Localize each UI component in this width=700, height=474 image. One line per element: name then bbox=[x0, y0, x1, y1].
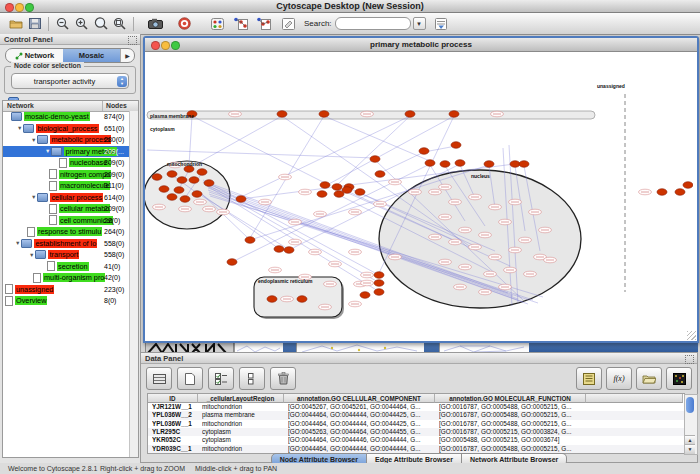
tree-item-metabolic-process[interactable]: ▼metabolic process280(0) bbox=[3, 134, 129, 146]
table-cell[interactable]: cytoplasm bbox=[202, 436, 282, 444]
graph-node[interactable] bbox=[319, 111, 329, 118]
tree-item-cell-communicat[interactable]: cell communicat22(0) bbox=[3, 215, 129, 227]
table-cell[interactable]: [GO:0044464, GO:0044444, GO:0044444, G..… bbox=[288, 445, 433, 453]
graph-node[interactable] bbox=[317, 191, 327, 198]
tree-item-cellular-metabo[interactable]: cellular metabo209(0) bbox=[3, 203, 129, 215]
table-cell[interactable]: [GO:0045263, GO:0044464, GO:0044455, G..… bbox=[288, 428, 433, 436]
graph-node[interactable] bbox=[484, 161, 494, 168]
table-cell[interactable]: [GO:0045267, GO:0045261, GO:0044464, G..… bbox=[288, 403, 433, 411]
graph-node[interactable] bbox=[167, 194, 177, 201]
save-button[interactable] bbox=[25, 15, 44, 32]
graph-node[interactable] bbox=[320, 182, 330, 189]
graph-node[interactable] bbox=[510, 161, 520, 168]
table-cell[interactable]: YPL036W__1 bbox=[152, 420, 196, 428]
tab-mosaic[interactable]: Mosaic bbox=[63, 49, 120, 62]
table-cell[interactable]: [GO:0016787, GO:0005488, GO:0005215, G..… bbox=[439, 403, 584, 411]
graph-node[interactable] bbox=[180, 196, 190, 203]
tree-item-multi-organism-pro[interactable]: multi-organism pro42(0) bbox=[3, 272, 129, 284]
graph-node[interactable] bbox=[449, 111, 459, 118]
table-cell[interactable]: YKR052C bbox=[152, 436, 196, 444]
graph-node[interactable] bbox=[342, 187, 352, 194]
graph-node[interactable] bbox=[174, 187, 184, 194]
tree-item-cellular-process[interactable]: ▼cellular process614(0) bbox=[3, 192, 129, 204]
tree-item-establishment-of-lo[interactable]: ▼establishment of lo558(0) bbox=[3, 238, 129, 250]
import-attributes-button[interactable] bbox=[636, 367, 662, 390]
new-attribute-button[interactable] bbox=[177, 367, 203, 390]
graph-node[interactable] bbox=[274, 246, 284, 253]
tab-network[interactable]: Network bbox=[6, 49, 63, 62]
graph-node[interactable] bbox=[360, 292, 370, 299]
float-data-panel-icon[interactable] bbox=[685, 355, 694, 364]
float-panel-icon[interactable] bbox=[128, 36, 137, 45]
attribute-list-button[interactable] bbox=[576, 367, 602, 390]
graph-node[interactable] bbox=[370, 156, 380, 163]
graph-node[interactable] bbox=[245, 237, 255, 244]
table-cell[interactable]: YJR121W__1 bbox=[152, 403, 196, 411]
annotation-doc-button[interactable] bbox=[279, 15, 298, 32]
select-attributes-button[interactable] bbox=[208, 367, 234, 390]
network-window-titlebar[interactable]: primary metabolic process bbox=[145, 38, 697, 52]
tree-item-transport[interactable]: ▼transport558(0) bbox=[3, 249, 129, 261]
table-column-header[interactable]: _cellularLayoutRegion bbox=[198, 394, 284, 403]
table-cell[interactable]: YDR039C__1 bbox=[152, 445, 196, 453]
table-cell[interactable]: YPL036W__2 bbox=[152, 411, 196, 419]
attribute-grid-button[interactable] bbox=[146, 367, 172, 390]
network-canvas[interactable]: plasma membranecytoplasmmitochondrionnuc… bbox=[145, 52, 693, 337]
table-column-header[interactable]: ID bbox=[148, 394, 198, 403]
graph-node[interactable] bbox=[405, 111, 415, 118]
tree-item-nitrogen-compo[interactable]: nitrogen compo209(0) bbox=[3, 169, 129, 181]
resize-grip[interactable] bbox=[687, 331, 696, 340]
tree-item-nucleobase-[interactable]: nucleobase-209(0) bbox=[3, 157, 129, 169]
graph-node[interactable] bbox=[332, 184, 342, 191]
table-cell[interactable]: mitochondrion bbox=[202, 403, 282, 411]
graph-node[interactable] bbox=[227, 259, 237, 266]
tree-item-primary-metabo[interactable]: ▼primary metabo209(... bbox=[3, 146, 129, 158]
table-cell[interactable]: plasma membrane bbox=[202, 411, 282, 419]
tab-overflow-button[interactable]: ▶ bbox=[120, 49, 134, 62]
tree-item-mosaic-demo-yeast[interactable]: mosaic-demo-yeast874(0) bbox=[3, 111, 129, 123]
node-grid-button[interactable] bbox=[208, 15, 227, 32]
tree-item-overview[interactable]: Overview8(0) bbox=[3, 295, 129, 307]
open-button[interactable] bbox=[6, 15, 25, 32]
graph-node[interactable] bbox=[425, 160, 435, 167]
graph-node[interactable] bbox=[374, 272, 384, 279]
graph-node[interactable] bbox=[451, 142, 461, 149]
search-options-button[interactable] bbox=[432, 15, 451, 32]
table-cell[interactable]: mitochondrion bbox=[202, 420, 282, 428]
table-cell[interactable]: [GO:0016787, GO:0005488, GO:0005215, G..… bbox=[439, 411, 584, 419]
table-cell[interactable]: [GO:0016787, GO:0005488, GO:0005215, G..… bbox=[439, 445, 584, 453]
graph-node[interactable] bbox=[657, 189, 667, 196]
disclosure-triangle-icon[interactable]: ▼ bbox=[45, 148, 50, 154]
graph-node[interactable] bbox=[177, 177, 187, 184]
disclosure-triangle-icon[interactable]: ▼ bbox=[17, 125, 22, 131]
formula-button[interactable]: f(x) bbox=[606, 367, 632, 390]
graph-node[interactable] bbox=[167, 171, 177, 178]
tree-item-response-to-stimulu[interactable]: response to stimulu264(0) bbox=[3, 226, 129, 238]
table-column-header[interactable]: annotation.GO CELLULAR_COMPONENT bbox=[284, 394, 435, 403]
table-cell[interactable]: [GO:0044464, GO:0044444, GO:0044425, G..… bbox=[288, 411, 433, 419]
network-doc-button-2[interactable] bbox=[254, 15, 273, 32]
attribute-table[interactable]: ID_cellularLayoutRegionannotation.GO CEL… bbox=[147, 393, 685, 454]
table-scrollbar-thumb[interactable] bbox=[686, 397, 694, 413]
graph-node[interactable] bbox=[374, 280, 384, 287]
graph-node[interactable] bbox=[683, 182, 693, 189]
tree-item-biological-process[interactable]: ▼biological_process651(0) bbox=[3, 123, 129, 135]
table-scrollbar[interactable]: ▲ ▼ bbox=[684, 394, 698, 455]
graph-node[interactable] bbox=[375, 171, 385, 178]
graph-node[interactable] bbox=[297, 296, 307, 303]
disclosure-triangle-icon[interactable]: ▼ bbox=[29, 252, 34, 258]
graph-node[interactable] bbox=[189, 177, 199, 184]
graph-node[interactable] bbox=[374, 289, 384, 296]
snapshot-button[interactable] bbox=[146, 15, 165, 32]
tree-item-macromolecule[interactable]: macromolecule311(0) bbox=[3, 180, 129, 192]
table-cell[interactable]: cytoplasm bbox=[202, 428, 282, 436]
table-cell[interactable]: YLR295C bbox=[152, 428, 196, 436]
table-cell[interactable]: [GO:0016787, GO:0005488, GO:0005215, G..… bbox=[439, 420, 584, 428]
delete-attribute-button[interactable] bbox=[270, 367, 296, 390]
tree-item-unassigned[interactable]: unassigned223(0) bbox=[3, 284, 129, 296]
search-dropdown-button[interactable]: ▼ bbox=[413, 17, 426, 30]
graph-node[interactable] bbox=[675, 189, 685, 196]
zoom-in-button[interactable] bbox=[72, 15, 91, 32]
matrix-button[interactable] bbox=[666, 367, 692, 390]
graph-node[interactable] bbox=[204, 180, 214, 187]
